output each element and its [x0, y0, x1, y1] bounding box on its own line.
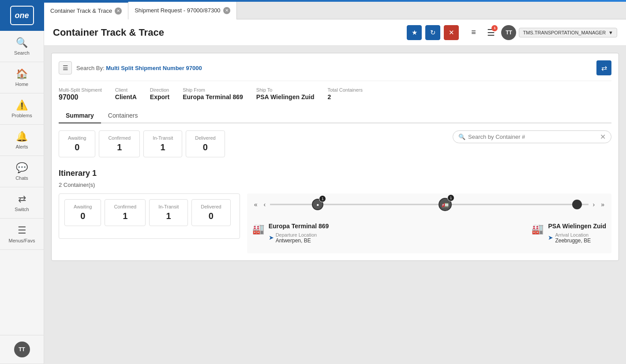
track-nav-forward[interactable]: › [591, 199, 597, 210]
container-search-box[interactable]: 🔍 ✕ [453, 130, 611, 143]
sidebar-user-avatar[interactable]: TT [0, 335, 44, 364]
tab-close-ctt[interactable]: ✕ [115, 7, 122, 15]
itinerary-title: Itinerary 1 [59, 169, 611, 178]
track-node-badge-1: 1 [319, 195, 326, 202]
sidebar-item-chats[interactable]: 💬 Chats [0, 156, 44, 187]
menu-icon: ☰ [18, 225, 26, 236]
switch-view-button[interactable]: ⇄ [596, 60, 611, 75]
direction-value: Export [150, 93, 169, 100]
menu-button[interactable]: ≡ [466, 25, 481, 40]
tab-navigation: Summary Containers [59, 108, 611, 123]
sidebar-item-label: Problems [11, 113, 32, 118]
notification-badge[interactable]: ☰ 1 [484, 25, 499, 40]
origin-terminal-name: Europa Terminal 869 [269, 223, 329, 230]
track-node-dest [572, 200, 582, 209]
status-awaiting-card: Awaiting 0 [59, 130, 95, 157]
ship-to-label: Ship To [256, 87, 315, 93]
deliv-val: 0 [201, 211, 221, 221]
sidebar-item-label: Search [14, 50, 30, 56]
multi-split-label: Multi-Split Shipment [59, 87, 102, 93]
itinerary-awaiting-card: Awaiting 0 [64, 199, 101, 226]
info-client: Client ClientA [115, 87, 137, 101]
sidebar-item-home[interactable]: 🏠 Home [0, 62, 44, 93]
user-dropdown[interactable]: TMS.TRANSPORTATION_MANAGER ▼ [519, 28, 617, 37]
info-ship-from: Ship From Europa Terminal 869 [183, 87, 243, 101]
itinerary-status-cards: Awaiting 0 Confirmed 1 In-Transit 1 [64, 199, 234, 226]
info-row: Multi-Split Shipment 97000 Client Client… [59, 87, 611, 101]
sidebar-item-alerts[interactable]: 🔔 Alerts [0, 125, 44, 156]
transit-val: 1 [158, 211, 179, 221]
header-bar: Container Track & Trace ★ ↻ ✕ ≡ ☰ 1 TT T… [44, 19, 626, 46]
dest-terminal-name: PSA Wielingen Zuid [548, 223, 606, 230]
info-total-containers: Total Containers 2 [327, 87, 363, 101]
delivered-label: Delivered [195, 135, 215, 141]
transit-label: In-Transit [158, 204, 179, 209]
confirmed-value: 1 [108, 142, 131, 152]
user-avatar: TT [501, 25, 516, 40]
tab-containers[interactable]: Containers [101, 108, 145, 123]
departure-sublabel: Departure Location [276, 232, 317, 238]
tab-shipment-request[interactable]: Shipment Request - 97000/87300 ✕ [128, 2, 236, 19]
client-value: ClientA [115, 93, 137, 100]
arrival-location-icon: ➤ [548, 234, 553, 241]
awaiting-value: 0 [68, 142, 86, 152]
client-label: Client [115, 87, 137, 93]
destination-location: 🏭 PSA Wielingen Zuid ➤ Arrival Location … [532, 223, 606, 244]
tab-close-sr[interactable]: ✕ [223, 7, 230, 14]
main-content: Container Track & Trace ✕ Shipment Reque… [44, 0, 626, 364]
search-by-bar: ☰ Search By: Multi Split Shipment Number… [59, 60, 611, 81]
track-nav-forward-forward[interactable]: » [599, 199, 606, 210]
track-node-badge-2: 1 [447, 194, 454, 201]
tab-container-track-trace[interactable]: Container Track & Trace ✕ [44, 2, 128, 19]
arrival-sublabel: Arrival Location [555, 232, 591, 238]
total-containers-value: 2 [327, 93, 363, 100]
user-name: TMS.TRANSPORTATION_MANAGER [523, 30, 606, 35]
delivered-value: 0 [195, 142, 215, 152]
search-by-value: Multi Split Shipment Number 97000 [106, 65, 202, 71]
search-input[interactable] [468, 134, 600, 140]
sidebar-item-switch[interactable]: ⇄ Switch [0, 187, 44, 219]
in-transit-label: In-Transit [153, 135, 173, 141]
itinerary-in-transit-card: In-Transit 1 [149, 199, 188, 226]
list-view-button[interactable]: ☰ [59, 61, 72, 74]
sidebar-item-label: Menus/Favs [9, 238, 35, 243]
status-delivered-card: Delivered 0 [186, 130, 225, 157]
tab-summary[interactable]: Summary [59, 108, 101, 123]
sidebar-item-label: Alerts [15, 144, 28, 149]
switch-icon: ⇄ [18, 193, 26, 205]
search-icon: 🔍 [458, 134, 465, 140]
awaiting-label: Awaiting [68, 135, 86, 141]
summary-status-cards: Awaiting 0 Confirmed 1 In-Transit 1 De [59, 130, 229, 157]
sidebar-item-label: Switch [15, 207, 29, 212]
status-in-transit-card: In-Transit 1 [143, 130, 182, 157]
clear-search-icon[interactable]: ✕ [600, 133, 606, 141]
warning-icon: ⚠️ [16, 100, 28, 111]
deliv-label: Delivered [201, 204, 221, 209]
departure-location: Antwerpen, BE [276, 238, 317, 244]
header-actions: ★ ↻ ✕ [407, 25, 459, 40]
track-nav-back-back[interactable]: « [252, 199, 259, 210]
page-title: Container Track & Trace [53, 27, 407, 38]
dest-terminal-icon: 🏭 [532, 223, 544, 235]
info-ship-to: Ship To PSA Wielingen Zuid [256, 87, 315, 101]
arrival-location: Zeebrugge, BE [555, 238, 591, 244]
summary-top-row: Awaiting 0 Confirmed 1 In-Transit 1 De [59, 130, 611, 164]
containers-label: 2 Container(s) [59, 182, 611, 188]
sidebar-item-search[interactable]: 🔍 Search [0, 31, 44, 62]
sidebar-item-problems[interactable]: ⚠️ Problems [0, 93, 44, 125]
ship-to-value: PSA Wielingen Zuid [256, 93, 315, 100]
tab-label: Container Track & Trace [50, 7, 112, 14]
sidebar-item-menus[interactable]: ☰ Menus/Favs [0, 219, 44, 250]
search-by-text: Search By: Multi Split Shipment Number 9… [76, 65, 202, 71]
star-button[interactable]: ★ [407, 25, 422, 40]
chat-icon: 💬 [16, 162, 28, 174]
home-icon: 🏠 [16, 68, 28, 80]
app-logo[interactable]: one [0, 0, 44, 31]
itinerary-section: Itinerary 1 2 Container(s) Awaiting 0 [59, 169, 611, 253]
close-button[interactable]: ✕ [444, 25, 459, 40]
sidebar-item-label: Home [15, 82, 28, 87]
ship-from-value: Europa Terminal 869 [183, 93, 243, 100]
refresh-button[interactable]: ↻ [425, 25, 440, 40]
content-panel: ☰ Search By: Multi Split Shipment Number… [51, 53, 619, 261]
track-nav-back[interactable]: ‹ [262, 199, 267, 210]
